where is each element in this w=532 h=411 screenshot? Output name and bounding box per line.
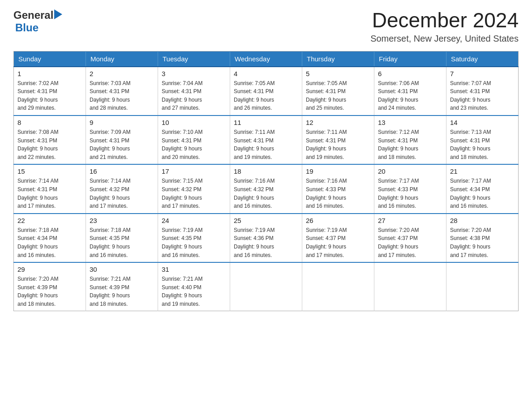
day-number: 1 [17,70,82,77]
calendar-day-cell: 7 Sunrise: 7:07 AMSunset: 4:31 PMDayligh… [446,67,519,116]
day-info: Sunrise: 7:10 AMSunset: 4:31 PMDaylight:… [162,129,202,160]
calendar-day-cell [446,262,519,311]
day-number: 26 [306,217,370,224]
calendar-day-cell: 17 Sunrise: 7:15 AMSunset: 4:32 PMDaylig… [158,164,230,213]
day-info: Sunrise: 7:18 AMSunset: 4:34 PMDaylight:… [17,227,58,258]
day-number: 13 [378,119,442,126]
calendar-day-cell: 31 Sunrise: 7:21 AMSunset: 4:40 PMDaylig… [158,262,230,311]
day-info: Sunrise: 7:03 AMSunset: 4:31 PMDaylight:… [90,80,130,111]
calendar-day-cell: 4 Sunrise: 7:05 AMSunset: 4:31 PMDayligh… [230,67,302,116]
calendar-week-row: 15 Sunrise: 7:14 AMSunset: 4:31 PMDaylig… [14,164,519,213]
day-info: Sunrise: 7:09 AMSunset: 4:31 PMDaylight:… [90,129,130,160]
calendar-day-cell: 18 Sunrise: 7:16 AMSunset: 4:32 PMDaylig… [230,164,302,213]
calendar-day-cell: 30 Sunrise: 7:21 AMSunset: 4:39 PMDaylig… [86,262,158,311]
weekday-header-sunday: Sunday [14,51,86,67]
calendar-day-cell: 21 Sunrise: 7:17 AMSunset: 4:34 PMDaylig… [446,164,519,213]
day-number: 8 [17,119,82,126]
day-info: Sunrise: 7:14 AMSunset: 4:32 PMDaylight:… [90,178,130,209]
weekday-header-row: SundayMondayTuesdayWednesdayThursdayFrid… [14,51,519,67]
day-number: 14 [450,119,515,126]
day-number: 23 [90,217,154,224]
page-header: General Blue December 2024 Somerset, New… [13,9,519,44]
day-info: Sunrise: 7:21 AMSunset: 4:40 PMDaylight:… [162,276,202,307]
calendar-day-cell: 14 Sunrise: 7:13 AMSunset: 4:31 PMDaylig… [446,116,519,164]
day-info: Sunrise: 7:17 AMSunset: 4:33 PMDaylight:… [378,178,419,209]
day-info: Sunrise: 7:11 AMSunset: 4:31 PMDaylight:… [306,129,347,160]
day-info: Sunrise: 7:07 AMSunset: 4:31 PMDaylight:… [450,80,491,111]
calendar-day-cell: 2 Sunrise: 7:03 AMSunset: 4:31 PMDayligh… [86,67,158,116]
calendar-day-cell [230,262,302,311]
calendar-day-cell: 12 Sunrise: 7:11 AMSunset: 4:31 PMDaylig… [302,116,374,164]
month-year-title: December 2024 [370,9,519,32]
day-info: Sunrise: 7:19 AMSunset: 4:37 PMDaylight:… [306,227,347,258]
calendar-table: SundayMondayTuesdayWednesdayThursdayFrid… [13,51,519,312]
weekday-header-saturday: Saturday [446,51,519,67]
day-info: Sunrise: 7:02 AMSunset: 4:31 PMDaylight:… [17,80,58,111]
calendar-day-cell: 5 Sunrise: 7:05 AMSunset: 4:31 PMDayligh… [302,67,374,116]
calendar-day-cell: 6 Sunrise: 7:06 AMSunset: 4:31 PMDayligh… [374,67,446,116]
day-number: 11 [234,119,298,126]
day-info: Sunrise: 7:20 AMSunset: 4:39 PMDaylight:… [17,276,58,307]
day-number: 18 [234,167,298,175]
day-number: 5 [306,70,370,77]
location-subtitle: Somerset, New Jersey, United States [370,34,519,44]
calendar-day-cell: 3 Sunrise: 7:04 AMSunset: 4:31 PMDayligh… [158,67,230,116]
calendar-day-cell: 15 Sunrise: 7:14 AMSunset: 4:31 PMDaylig… [14,164,86,213]
day-number: 29 [17,265,82,273]
calendar-day-cell: 9 Sunrise: 7:09 AMSunset: 4:31 PMDayligh… [86,116,158,164]
day-info: Sunrise: 7:14 AMSunset: 4:31 PMDaylight:… [17,178,58,209]
calendar-day-cell: 26 Sunrise: 7:19 AMSunset: 4:37 PMDaylig… [302,214,374,262]
weekday-header-thursday: Thursday [302,51,374,67]
calendar-day-cell: 11 Sunrise: 7:11 AMSunset: 4:31 PMDaylig… [230,116,302,164]
day-number: 20 [378,167,442,175]
weekday-header-wednesday: Wednesday [230,51,302,67]
day-number: 17 [162,167,226,175]
calendar-day-cell: 13 Sunrise: 7:12 AMSunset: 4:31 PMDaylig… [374,116,446,164]
calendar-week-row: 29 Sunrise: 7:20 AMSunset: 4:39 PMDaylig… [14,262,519,311]
day-info: Sunrise: 7:04 AMSunset: 4:31 PMDaylight:… [162,80,202,111]
day-info: Sunrise: 7:19 AMSunset: 4:36 PMDaylight:… [234,227,275,258]
day-number: 16 [90,167,154,175]
calendar-day-cell: 10 Sunrise: 7:10 AMSunset: 4:31 PMDaylig… [158,116,230,164]
day-number: 4 [234,70,298,77]
logo-arrow-icon [54,9,62,19]
weekday-header-tuesday: Tuesday [158,51,230,67]
day-info: Sunrise: 7:20 AMSunset: 4:37 PMDaylight:… [378,227,419,258]
day-info: Sunrise: 7:21 AMSunset: 4:39 PMDaylight:… [90,276,130,307]
day-info: Sunrise: 7:05 AMSunset: 4:31 PMDaylight:… [234,80,275,111]
day-info: Sunrise: 7:17 AMSunset: 4:34 PMDaylight:… [450,178,491,209]
calendar-day-cell: 20 Sunrise: 7:17 AMSunset: 4:33 PMDaylig… [374,164,446,213]
day-number: 12 [306,119,370,126]
calendar-title-area: December 2024 Somerset, New Jersey, Unit… [370,9,519,44]
svg-marker-0 [54,9,62,19]
day-info: Sunrise: 7:16 AMSunset: 4:32 PMDaylight:… [234,178,275,209]
day-number: 10 [162,119,226,126]
day-number: 31 [162,265,226,273]
day-number: 19 [306,167,370,175]
calendar-day-cell: 27 Sunrise: 7:20 AMSunset: 4:37 PMDaylig… [374,214,446,262]
day-number: 30 [90,265,154,273]
day-info: Sunrise: 7:18 AMSunset: 4:35 PMDaylight:… [90,227,130,258]
calendar-day-cell: 8 Sunrise: 7:08 AMSunset: 4:31 PMDayligh… [14,116,86,164]
day-number: 6 [378,70,442,77]
calendar-week-row: 1 Sunrise: 7:02 AMSunset: 4:31 PMDayligh… [14,67,519,116]
day-number: 28 [450,217,515,224]
day-number: 15 [17,167,82,175]
day-info: Sunrise: 7:16 AMSunset: 4:33 PMDaylight:… [306,178,347,209]
day-number: 21 [450,167,515,175]
day-number: 7 [450,70,515,77]
day-info: Sunrise: 7:15 AMSunset: 4:32 PMDaylight:… [162,178,202,209]
calendar-day-cell [374,262,446,311]
calendar-day-cell: 24 Sunrise: 7:19 AMSunset: 4:35 PMDaylig… [158,214,230,262]
day-info: Sunrise: 7:20 AMSunset: 4:38 PMDaylight:… [450,227,491,258]
calendar-day-cell: 19 Sunrise: 7:16 AMSunset: 4:33 PMDaylig… [302,164,374,213]
day-number: 9 [90,119,154,126]
logo: General Blue [13,9,62,34]
logo-blue-text: Blue [15,21,39,34]
day-info: Sunrise: 7:08 AMSunset: 4:31 PMDaylight:… [17,129,58,160]
day-number: 24 [162,217,226,224]
day-number: 27 [378,217,442,224]
day-number: 22 [17,217,82,224]
day-number: 25 [234,217,298,224]
day-info: Sunrise: 7:13 AMSunset: 4:31 PMDaylight:… [450,129,491,160]
